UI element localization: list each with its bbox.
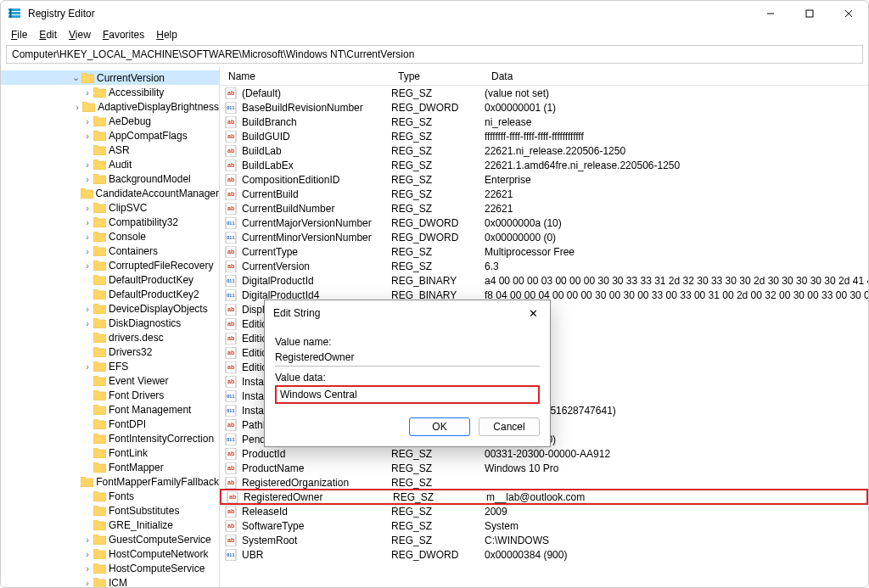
menu-help[interactable]: Help: [151, 28, 182, 42]
value-row[interactable]: 011BaseBuildRevisionNumberREG_DWORD0x000…: [220, 100, 868, 115]
tree-item[interactable]: FontSubstitutes: [1, 503, 219, 518]
tree-item[interactable]: Font Drivers: [1, 388, 219, 402]
chevron-right-icon[interactable]: ›: [82, 116, 93, 126]
chevron-right-icon[interactable]: ›: [82, 549, 93, 559]
close-icon[interactable]: ✕: [516, 307, 550, 320]
tree-item[interactable]: FontMapper: [1, 460, 219, 474]
col-type[interactable]: Type: [390, 70, 483, 82]
tree-item[interactable]: ›AppCompatFlags: [1, 128, 219, 143]
tree-item[interactable]: GRE_Initialize: [1, 518, 219, 532]
value-row[interactable]: abBuildLabREG_SZ22621.ni_release.220506-…: [220, 143, 868, 158]
tree-item[interactable]: ›AdaptiveDisplayBrightness: [1, 99, 219, 114]
chevron-right-icon[interactable]: ›: [82, 87, 93, 98]
string-icon: ab: [225, 318, 238, 330]
tree-item[interactable]: Event Viewer: [1, 373, 219, 388]
menu-file[interactable]: File: [6, 28, 32, 42]
value-row[interactable]: abBuildBranchREG_SZni_release: [220, 115, 868, 129]
value-row[interactable]: abRegisteredOwnerREG_SZm__lab@outlook.co…: [220, 489, 868, 505]
chevron-right-icon[interactable]: ›: [82, 304, 93, 314]
tree-item[interactable]: FontLink: [1, 445, 219, 460]
tree-item[interactable]: ›Compatibility32: [1, 215, 219, 229]
value-row[interactable]: abCurrentBuildREG_SZ22621: [220, 187, 868, 201]
value-row[interactable]: 011CurrentMinorVersionNumberREG_DWORD0x0…: [220, 230, 868, 244]
value-row[interactable]: abRegisteredOrganizationREG_SZ: [220, 475, 868, 490]
value-row[interactable]: abBuildGUIDREG_SZffffffff-ffff-ffff-ffff…: [220, 129, 868, 143]
menu-view[interactable]: View: [64, 28, 96, 42]
value-row[interactable]: abReleaseIdREG_SZ2009: [220, 504, 868, 518]
tree-item[interactable]: DefaultProductKey: [1, 272, 219, 287]
col-data[interactable]: Data: [483, 70, 868, 82]
chevron-right-icon[interactable]: ›: [82, 361, 93, 372]
tree-item[interactable]: ASR: [1, 143, 219, 157]
svg-text:ab: ab: [227, 263, 234, 269]
tree-item[interactable]: ›Audit: [1, 157, 219, 171]
value-row[interactable]: ab(Default)REG_SZ(value not set): [220, 86, 868, 100]
tree-item[interactable]: Font Management: [1, 402, 219, 417]
chevron-right-icon[interactable]: ›: [82, 260, 93, 271]
value-row[interactable]: abCompositionEditionIDREG_SZEnterprise: [220, 172, 868, 187]
ok-button[interactable]: OK: [409, 417, 470, 436]
folder-icon: [93, 333, 106, 343]
menu-favorites[interactable]: Favorites: [98, 28, 149, 42]
address-bar[interactable]: Computer\HKEY_LOCAL_MACHINE\SOFTWARE\Mic…: [6, 45, 863, 64]
tree-item[interactable]: ›GuestComputeService: [1, 532, 219, 546]
tree-item[interactable]: ›Containers: [1, 244, 219, 258]
value-row[interactable]: 011DigitalProductIdREG_BINARYa4 00 00 00…: [220, 273, 868, 288]
chevron-right-icon[interactable]: ›: [82, 174, 93, 184]
chevron-right-icon[interactable]: ›: [82, 563, 93, 574]
tree-item[interactable]: CandidateAccountManager: [1, 186, 219, 200]
tree-item[interactable]: FontMapperFamilyFallback: [1, 474, 219, 489]
value-row[interactable]: abCurrentTypeREG_SZMultiprocessor Free: [220, 244, 868, 259]
chevron-right-icon[interactable]: ›: [82, 318, 93, 328]
chevron-right-icon[interactable]: ›: [82, 217, 93, 227]
tree-item[interactable]: ›Console: [1, 229, 219, 244]
tree-item[interactable]: ›CorruptedFileRecovery: [1, 258, 219, 272]
tree-item[interactable]: ›DiskDiagnostics: [1, 316, 219, 330]
tree-item[interactable]: ›Accessibility: [1, 85, 219, 99]
tree-item-label: Console: [109, 231, 146, 243]
chevron-right-icon[interactable]: ›: [82, 578, 93, 588]
tree-item[interactable]: ›HostComputeService: [1, 561, 219, 575]
chevron-right-icon[interactable]: ›: [82, 160, 93, 170]
cancel-button[interactable]: Cancel: [479, 417, 540, 436]
minimize-button[interactable]: [751, 1, 790, 26]
close-button[interactable]: [829, 1, 868, 26]
tree-item[interactable]: Drivers32: [1, 344, 219, 359]
tree-item[interactable]: Fonts: [1, 489, 219, 503]
tree-item[interactable]: ›AeDebug: [1, 114, 219, 128]
tree-item[interactable]: FontIntensityCorrection: [1, 431, 219, 445]
chevron-right-icon[interactable]: ›: [73, 102, 82, 112]
tree-item[interactable]: ›ClipSVC: [1, 200, 219, 215]
value-row[interactable]: abBuildLabExREG_SZ22621.1.amd64fre.ni_re…: [220, 158, 868, 172]
value-row[interactable]: abSoftwareTypeREG_SZSystem: [220, 518, 868, 533]
chevron-right-icon[interactable]: ›: [82, 535, 93, 545]
value-row[interactable]: 011CurrentMajorVersionNumberREG_DWORD0x0…: [220, 216, 868, 230]
tree-item-label: Drivers32: [109, 346, 152, 358]
tree-item[interactable]: ›EFS: [1, 359, 219, 373]
value-row[interactable]: abProductNameREG_SZWindows 10 Pro: [220, 461, 868, 475]
tree-item[interactable]: ›ICM: [1, 575, 219, 587]
tree-item[interactable]: ›HostComputeNetwork: [1, 546, 219, 561]
value-row[interactable]: abProductIdREG_SZ00331-20300-00000-AA912: [220, 446, 868, 461]
chevron-right-icon[interactable]: ›: [82, 246, 93, 256]
maximize-button[interactable]: [790, 1, 829, 26]
col-name[interactable]: Name: [220, 70, 390, 82]
value-row[interactable]: abSystemRootREG_SZC:\WINDOWS: [220, 533, 868, 547]
tree-item-label: HostComputeNetwork: [109, 548, 208, 560]
key-tree[interactable]: ⌄CurrentVersion›Accessibility›AdaptiveDi…: [1, 67, 220, 587]
tree-item[interactable]: DefaultProductKey2: [1, 287, 219, 301]
value-row[interactable]: 011UBRREG_DWORD0x00000384 (900): [220, 547, 868, 562]
chevron-right-icon[interactable]: ›: [82, 232, 93, 242]
chevron-right-icon[interactable]: ›: [82, 131, 93, 141]
tree-item[interactable]: ›DeviceDisplayObjects: [1, 301, 219, 316]
tree-item[interactable]: FontDPI: [1, 417, 219, 431]
value-data-input[interactable]: [275, 385, 540, 404]
chevron-down-icon[interactable]: ⌄: [70, 72, 81, 83]
value-row[interactable]: abCurrentVersionREG_SZ6.3: [220, 259, 868, 273]
menu-edit[interactable]: Edit: [34, 28, 62, 42]
chevron-right-icon[interactable]: ›: [82, 203, 93, 213]
tree-item[interactable]: ›BackgroundModel: [1, 171, 219, 186]
tree-item[interactable]: ⌄CurrentVersion: [1, 70, 219, 85]
tree-item[interactable]: drivers.desc: [1, 330, 219, 344]
value-row[interactable]: abCurrentBuildNumberREG_SZ22621: [220, 201, 868, 216]
